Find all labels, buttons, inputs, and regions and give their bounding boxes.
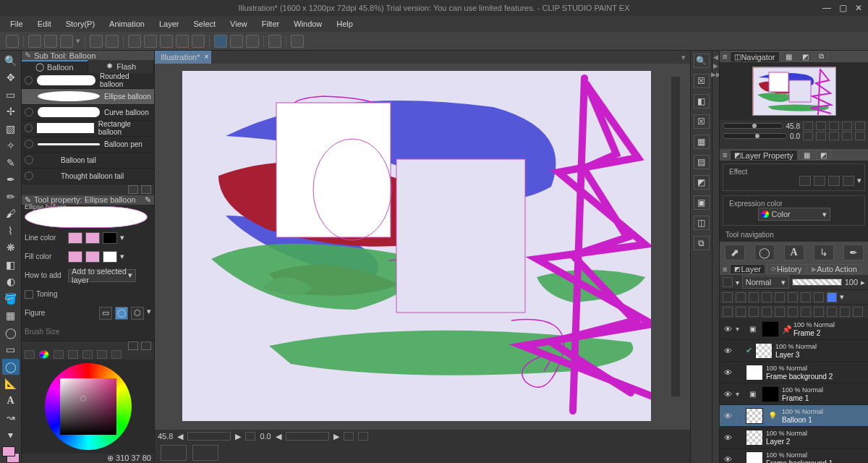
blend-mode-dropdown[interactable]: Normal▾ xyxy=(742,276,789,289)
visibility-icon[interactable]: 👁 xyxy=(723,324,733,334)
maximize-icon[interactable]: ▢ xyxy=(836,3,849,13)
delete-icon[interactable] xyxy=(128,35,141,48)
visibility-icon[interactable]: 👁 xyxy=(723,433,733,443)
visibility-icon[interactable]: 👁 xyxy=(723,346,733,356)
effect-tone-icon[interactable] xyxy=(814,176,825,186)
draft-icon[interactable] xyxy=(775,292,785,302)
navigator-thumb[interactable] xyxy=(720,62,868,120)
toolnav-balloontail-icon[interactable]: ↳ xyxy=(814,245,834,260)
material-9-icon[interactable]: ⧉ xyxy=(694,236,710,250)
help-icon[interactable] xyxy=(291,35,304,48)
layer-color-icon[interactable] xyxy=(827,292,837,302)
history-tab[interactable]: ⟳ History xyxy=(767,264,806,274)
airbrush-tool-icon[interactable]: ⌇ xyxy=(2,223,20,239)
subtool-row[interactable]: Balloon pen xyxy=(22,137,154,153)
apply-mask-icon[interactable] xyxy=(814,307,824,317)
frame-tool-icon[interactable]: ▭ xyxy=(2,342,20,358)
ruler-tool-icon[interactable]: 📐 xyxy=(2,376,20,392)
menu-file[interactable]: File xyxy=(3,18,30,30)
material-1-icon[interactable]: ☒ xyxy=(694,74,710,88)
delete-layer-icon[interactable] xyxy=(827,307,837,317)
pencil-tool-icon[interactable]: ✏ xyxy=(2,189,20,205)
ruler-visible-icon[interactable] xyxy=(814,292,824,302)
layer-row[interactable]: 👁100 % NormalFrame background 1 xyxy=(720,449,868,463)
navigator-tab[interactable]: ◫ Navigator xyxy=(730,51,779,61)
fill-color-sub[interactable] xyxy=(85,251,100,263)
open-icon[interactable] xyxy=(44,35,57,48)
toolprop-reset-icon[interactable] xyxy=(128,341,138,350)
new-raster-icon[interactable] xyxy=(723,307,733,317)
nav-tab-4[interactable]: ⧉ xyxy=(814,51,828,61)
move-tool-icon[interactable]: ✥ xyxy=(2,70,20,86)
subtool-row[interactable]: Rounded balloon xyxy=(22,73,154,89)
fill-selection-icon[interactable] xyxy=(160,35,173,48)
opacity-slider[interactable] xyxy=(792,279,842,286)
toolnav-balloon-icon[interactable]: ◯ xyxy=(754,245,775,260)
transform-icon[interactable] xyxy=(192,35,205,48)
fill-tool-icon[interactable]: 🪣 xyxy=(2,291,20,307)
flip-v-icon[interactable] xyxy=(855,132,865,140)
zoom-slider[interactable] xyxy=(723,123,783,129)
toolnav-pen-icon[interactable]: ✒ xyxy=(843,245,864,260)
visibility-icon[interactable]: 👁 xyxy=(723,389,733,399)
flip-h-icon[interactable] xyxy=(842,132,852,140)
chevron-down-icon[interactable]: ▾ xyxy=(857,176,861,186)
rotate-slider[interactable] xyxy=(723,133,787,139)
menu-animation[interactable]: Animation xyxy=(102,18,152,30)
dropdown-tool-icon[interactable]: ▾ xyxy=(2,427,20,443)
figure-rect-button[interactable]: ▭ xyxy=(99,307,112,320)
wand-tool-icon[interactable]: ✧ xyxy=(2,138,20,154)
select-top-icon[interactable] xyxy=(840,307,850,317)
color-wheel[interactable] xyxy=(22,360,154,454)
material-6-icon[interactable]: ◩ xyxy=(694,175,710,190)
material-2-icon[interactable]: ◧ xyxy=(694,94,710,109)
lock-all-icon[interactable] xyxy=(788,292,798,302)
visibility-icon[interactable]: 👁 xyxy=(723,368,733,378)
menu-layer[interactable]: Layer xyxy=(152,18,187,30)
fill-color-main[interactable] xyxy=(68,251,82,263)
line-color-main[interactable] xyxy=(68,232,82,244)
brush-tool-icon[interactable]: 🖌 xyxy=(2,206,20,222)
zoom-out-icon[interactable] xyxy=(803,122,813,130)
material-8-icon[interactable]: ◫ xyxy=(694,216,710,230)
lock-transparent-icon[interactable] xyxy=(723,292,733,302)
layer-row[interactable]: 👁▾▣📌100 % NormalFrame 2 xyxy=(720,318,868,340)
color-tab-icon[interactable] xyxy=(25,350,35,359)
minimize-icon[interactable]: — xyxy=(820,3,833,13)
lp-tab-3[interactable]: ◩ xyxy=(816,150,831,160)
subtool-row[interactable]: Rectangle balloon xyxy=(22,121,154,137)
delete-outside-icon[interactable] xyxy=(144,35,157,48)
line-color-sub[interactable] xyxy=(85,232,100,244)
layer-row[interactable]: 👁💡100 % NormalBalloon 1 xyxy=(720,405,868,427)
color-intermediate-tab-icon[interactable] xyxy=(82,350,93,359)
figure-tool-icon[interactable]: ◯ xyxy=(2,325,20,341)
fill-color-white[interactable] xyxy=(103,251,117,263)
layer-row[interactable]: 👁✔100 % NormalLayer 3 xyxy=(720,340,868,362)
subtool-row[interactable]: Ellipse balloon xyxy=(22,89,154,105)
folder-toggle-icon[interactable]: ▾ xyxy=(736,325,743,333)
chevron-down-icon[interactable]: ▾ xyxy=(147,307,151,320)
vertical-scrollbar[interactable] xyxy=(671,77,680,396)
rotate-reset-icon[interactable] xyxy=(829,132,839,140)
timeline-icon-2[interactable] xyxy=(192,445,218,461)
chevron-down-icon[interactable]: ▾ xyxy=(120,252,124,261)
arrow-right-icon[interactable]: ▶ xyxy=(713,62,718,69)
toolnav-object-icon[interactable]: ⬈ xyxy=(725,245,745,260)
new-frame-icon[interactable] xyxy=(762,307,772,317)
subtool-settings-icon[interactable] xyxy=(128,185,138,194)
transfer-down-icon[interactable] xyxy=(775,307,785,317)
menu-help[interactable]: Help xyxy=(329,18,360,30)
toolnav-text-icon[interactable]: A xyxy=(784,245,804,260)
snap-grid-icon[interactable] xyxy=(246,35,259,48)
flip-h-icon[interactable] xyxy=(358,432,368,441)
menu-select[interactable]: Select xyxy=(187,18,224,30)
redo-icon[interactable] xyxy=(106,35,119,48)
material-5-icon[interactable]: ▤ xyxy=(694,155,710,169)
color-swatch[interactable] xyxy=(2,446,20,463)
visibility-icon[interactable]: 👁 xyxy=(723,411,733,421)
lp-tab-2[interactable]: ▦ xyxy=(799,150,814,160)
subtool-row[interactable]: Thought balloon tail xyxy=(22,169,154,184)
menu-story[interactable]: Story(P) xyxy=(59,18,102,30)
gradient-tool-icon[interactable]: ▦ xyxy=(2,308,20,324)
nav-tab-3[interactable]: ◩ xyxy=(798,51,813,61)
